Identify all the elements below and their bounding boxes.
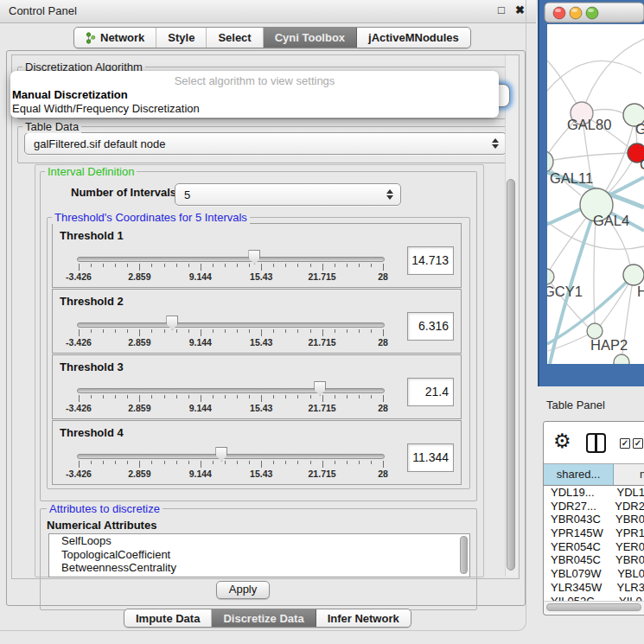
tick-mark: [225, 461, 226, 464]
tick-mark: [322, 461, 323, 468]
tick-mark: [213, 264, 214, 267]
tick-label: 2.859: [113, 403, 165, 413]
cell-shared-name: YBR045C: [544, 553, 609, 567]
tick-mark: [91, 264, 92, 267]
table-row[interactable]: YBL079WYBL0: [544, 567, 644, 581]
cell-name: YDR2: [609, 500, 644, 513]
table-row[interactable]: YDR27...YDR2: [544, 500, 644, 513]
column-header-name[interactable]: n: [614, 464, 644, 485]
minimize-light-icon[interactable]: [570, 7, 582, 19]
tick-label: 9.144: [175, 271, 226, 282]
tick-label: 15.43: [235, 337, 287, 348]
node-label: C: [640, 156, 644, 172]
table-row[interactable]: YER054CYER0: [544, 540, 644, 554]
gear-icon[interactable]: ⚙: [553, 430, 571, 453]
tick-label: 2.859: [113, 469, 165, 479]
spinner-arrows-icon: [386, 189, 393, 200]
tick-mark: [188, 395, 189, 399]
table-data-combo[interactable]: galFiltered.sif default node: [24, 132, 507, 155]
tick-mark: [237, 395, 238, 399]
table-row[interactable]: YBR043CYBR0: [544, 513, 644, 526]
tick-mark: [359, 461, 360, 464]
tick-mark: [347, 395, 348, 399]
table-row[interactable]: YPR145WYPR1: [544, 526, 644, 540]
network-view-window[interactable]: GAL80GACGAL11GAL4GCY1HHAP2: [538, 0, 644, 386]
table-data-combo-value: galFiltered.sif default node: [25, 137, 491, 150]
cell-name: YDL1: [610, 486, 644, 500]
threshold-panel-1: Threshold 1-3.4262.8599.14415.4321.71528…: [52, 223, 462, 288]
slider-thumb[interactable]: [248, 250, 260, 265]
tick-mark: [322, 329, 323, 336]
close-light-icon[interactable]: [553, 7, 565, 19]
list-scrollbar[interactable]: [460, 536, 468, 574]
zoom-light-icon[interactable]: [586, 7, 598, 19]
tick-mark: [347, 461, 348, 464]
threshold-value-field[interactable]: 21.4: [407, 378, 454, 406]
dropdown-option-equal-width[interactable]: Equal Width/Frequency Discretization: [12, 102, 200, 115]
horizontal-scrollbar-thumb[interactable]: [546, 603, 641, 611]
tick-mark: [201, 395, 201, 402]
tab-impute-data[interactable]: Impute Data: [124, 609, 212, 627]
list-item[interactable]: BetweennessCentrality: [49, 561, 469, 575]
tick-mark: [201, 461, 201, 468]
tab-cyni-toolbox[interactable]: Cyni Toolbox: [264, 28, 357, 48]
slider-thumb[interactable]: [314, 381, 326, 396]
node-label: GA: [635, 121, 644, 137]
list-item[interactable]: SelfLoops: [49, 534, 469, 548]
list-item[interactable]: TopologicalCoefficient: [49, 548, 469, 562]
threshold-value-field[interactable]: 14.713: [407, 246, 454, 275]
slider-thumb[interactable]: [166, 316, 178, 330]
horizontal-scrollbar[interactable]: [544, 601, 644, 614]
network-node-h-clipped[interactable]: [623, 265, 644, 285]
checkbox-icon[interactable]: ✓: [620, 438, 630, 449]
table-row[interactable]: YDL19...YDL1: [544, 486, 644, 500]
tick-label: 21.715: [296, 271, 348, 282]
tick-mark: [383, 264, 384, 271]
float-window-icon[interactable]: □: [498, 3, 505, 16]
scrollbar-thumb[interactable]: [507, 179, 515, 571]
table-row[interactable]: YLR345WYLR3: [544, 581, 644, 595]
table-row[interactable]: YIL052CYIL0: [544, 595, 644, 602]
top-tab-bar: NetworkStyleSelectCyni ToolboxjActiveMNo…: [73, 27, 471, 48]
tick-mark: [164, 264, 165, 267]
number-of-intervals-combo[interactable]: 5: [175, 183, 401, 206]
numerical-attributes-list[interactable]: SelfLoopsTopologicalCoefficientBetweenne…: [48, 533, 470, 577]
threshold-panel-2: Threshold 2-3.4262.8599.14415.4321.71528…: [52, 289, 462, 354]
number-of-intervals-label: Number of Intervals: [71, 186, 176, 199]
slider-track[interactable]: [77, 257, 385, 262]
close-icon[interactable]: ✖: [515, 3, 525, 16]
checkbox-icon[interactable]: ✓: [633, 438, 643, 449]
tick-mark: [371, 461, 372, 464]
tab-style[interactable]: Style: [156, 28, 207, 48]
split-panel-icon[interactable]: [586, 433, 606, 453]
cell-shared-name: YLR345W: [544, 581, 610, 595]
cell-shared-name: YER054C: [544, 540, 609, 554]
tick-mark: [273, 395, 274, 399]
tab-jactivemnodules[interactable]: jActiveMNodules: [357, 28, 470, 48]
cell-shared-name: YDL19...: [544, 486, 610, 500]
dropdown-option-manual[interactable]: Manual Discretization: [12, 88, 128, 101]
tick-mark: [103, 395, 104, 399]
slider-track[interactable]: [77, 454, 385, 459]
tab-discretize-data[interactable]: Discretize Data: [212, 609, 316, 627]
slider-track[interactable]: [77, 322, 385, 328]
tab-infer-network[interactable]: Infer Network: [316, 609, 411, 627]
tab-network[interactable]: Network: [74, 28, 156, 48]
tick-mark: [213, 461, 214, 464]
node-label: GAL11: [550, 170, 593, 186]
slider-thumb[interactable]: [215, 447, 227, 462]
tick-mark: [297, 329, 298, 333]
threshold-label: Threshold 1: [60, 229, 124, 242]
apply-button[interactable]: Apply: [216, 581, 270, 599]
tab-label: Infer Network: [328, 612, 399, 625]
dropdown-prompt-item[interactable]: Select algorithm to view settings: [10, 74, 499, 87]
algorithm-dropdown-popup: Select algorithm to view settings Manual…: [10, 71, 499, 118]
tab-select[interactable]: Select: [207, 28, 263, 48]
tick-mark: [335, 264, 335, 267]
column-header-shared[interactable]: shared...: [544, 464, 614, 485]
threshold-value-field[interactable]: 11.344: [407, 443, 454, 472]
tick-label: 28: [357, 337, 409, 348]
table-row[interactable]: YBR045CYBR0: [544, 553, 644, 567]
threshold-value-field[interactable]: 6.316: [407, 312, 454, 341]
slider-track[interactable]: [77, 388, 385, 393]
